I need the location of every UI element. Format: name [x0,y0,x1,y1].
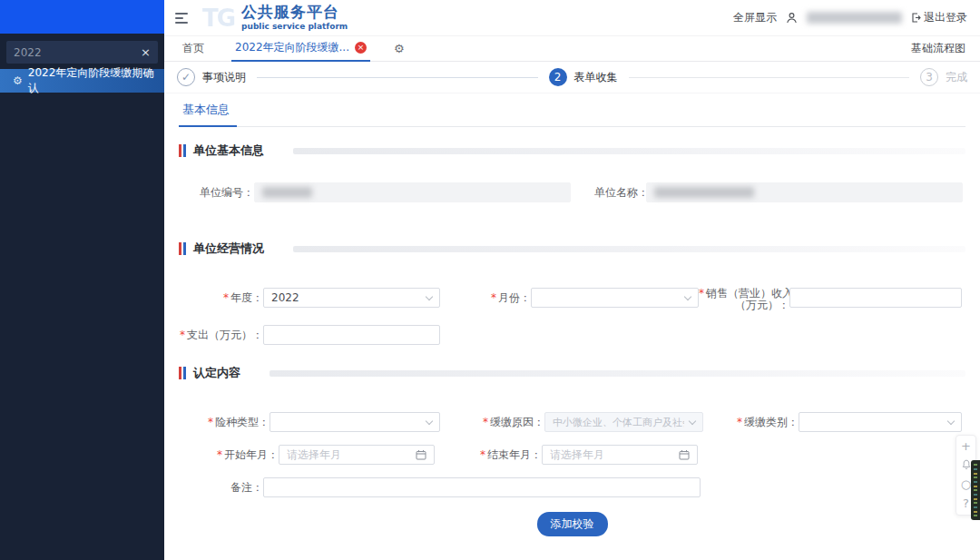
chevron-down-icon [689,417,696,424]
step-1-label: 事项说明 [202,70,246,85]
remark-row: 备注： [179,477,965,497]
section-title: 单位经营情况 [193,241,264,257]
sidebar-logo-block [0,0,164,34]
unit-code-field[interactable] [254,182,571,202]
step-3-number: 3 [920,68,938,86]
step-3: 3 完成 [920,68,967,86]
unit-name-field[interactable] [646,182,963,202]
expense-label: *支出（万元）： [179,325,263,345]
section-title: 单位基本信息 [193,142,264,159]
bell-icon[interactable] [961,459,972,472]
unit-name-redacted [654,187,754,198]
start-month-label: *开始年月： [179,445,279,465]
remark-input[interactable] [263,477,701,497]
unit-name-label: 单位名称： [594,182,646,202]
section-rule [293,246,965,252]
tab-label: 2022年定向阶段缓缴... [235,40,349,55]
step-1: ✓ 事项说明 [177,68,246,86]
defer-reason-value: 中小微企业、个体工商户及社会组织缓缴 [553,416,684,429]
step-connector [257,77,538,78]
end-month-picker[interactable]: 请选择年月 [542,445,698,465]
month-select[interactable] [531,288,699,308]
defer-reason-select: 中小微企业、个体工商户及社会组织缓缴 [544,412,703,432]
operation-row-1: *年度： 2022 *月份： *销售（营业）收入 （万元）： [179,288,965,311]
section-operation-header: 单位经营情况 [179,241,965,257]
month-label: *月份： [458,288,531,308]
section-marker-icon [179,367,186,379]
brand: 公共服务平台 public service platform [241,5,348,31]
income-input[interactable] [789,288,962,308]
form-tabs: 基本信息 [179,93,965,127]
main-area: TG 公共服务平台 public service platform 全屏显示 退… [164,0,980,560]
section-content-header: 认定内容 [179,365,965,381]
logout-icon [911,13,921,23]
tab-active-defer[interactable]: 2022年定向阶段缓缴... × [231,36,370,62]
steps-bar: ✓ 事项说明 2 表单收集 3 完成 [164,62,980,93]
form-content: 基本信息 单位基本信息 单位编号： 单位名称： 单位经营情况 *年度： [164,93,980,560]
logout-label: 退出登录 [924,10,967,25]
remark-label: 备注： [179,477,263,497]
user-icon [786,12,798,24]
unit-code-redacted [262,187,312,198]
section-unit-info-header: 单位基本信息 [179,142,965,159]
browser-extension-strip [971,460,980,520]
calendar-icon [679,449,690,460]
income-label: *销售（营业）收入 （万元）： [699,288,789,311]
step-2: 2 表单收集 [549,68,618,86]
step-2-number: 2 [549,68,567,86]
content-row-2: *开始年月： 请选择年月 *结束年月： 请选择年月 [179,445,965,465]
app-title: 公共服务平台 [241,5,348,21]
section-marker-icon [179,242,186,255]
help-icon[interactable]: ? [963,497,969,510]
clear-search-icon[interactable]: × [135,45,151,59]
sidebar-search[interactable]: 2022 × [6,41,158,64]
chevron-down-icon [426,417,433,424]
app-subtitle: public service platform [241,23,348,31]
year-value: 2022 [271,291,421,304]
fullscreen-button[interactable]: 全屏显示 [733,10,777,25]
move-icon[interactable]: + [961,440,971,453]
step-3-label: 完成 [946,70,967,85]
tab-bar: 首页 2022年定向阶段缓缴... × ⚙ 基础流程图 [164,36,980,62]
chevron-down-icon [684,292,691,300]
sidebar-item-label: 2022年定向阶段缓缴期确认 [28,65,155,96]
year-label: *年度： [179,288,263,308]
add-check-button[interactable]: 添加校验 [537,512,608,536]
flowchart-link[interactable]: 基础流程图 [911,41,965,56]
sidebar-item-2022-defer-confirm[interactable]: ⚙ 2022年定向阶段缓缴期确认 [0,69,164,93]
insurance-type-select[interactable] [270,412,440,432]
defer-reason-label: *缓缴原因： [458,412,544,432]
operation-row-2: *支出（万元）： [179,325,965,345]
section-rule [293,148,965,154]
section-marker-icon [179,144,186,157]
section-title: 认定内容 [193,365,240,381]
section-rule [270,370,965,377]
sidebar: 2022 × ⚙ 2022年定向阶段缓缴期确认 [0,0,164,560]
chevron-down-icon [426,292,433,300]
contact-icon[interactable]: ○ [961,478,971,491]
step-connector [629,77,910,78]
step-1-check-icon: ✓ [177,68,195,86]
insurance-type-label: *险种类型： [179,412,270,432]
close-tab-icon[interactable]: × [355,42,367,54]
tab-basic-info[interactable]: 基本信息 [179,102,237,127]
calendar-icon [416,449,426,460]
year-select[interactable]: 2022 [263,288,440,308]
defer-category-select[interactable] [799,412,962,432]
username-redacted [807,12,902,24]
start-month-picker[interactable]: 请选择年月 [279,445,435,465]
content-row-1: *险种类型： *缓缴原因： 中小微企业、个体工商户及社会组织缓缴 *缓缴类别： [179,412,965,432]
collapse-menu-icon[interactable] [175,13,190,24]
tab-settings-icon[interactable]: ⚙ [394,42,405,55]
logout-button[interactable]: 退出登录 [911,10,967,25]
end-month-label: *结束年月： [453,445,542,465]
tab-home[interactable]: 首页 [179,36,208,62]
brand-logo: TG [202,5,234,32]
defer-category-label: *缓缴类别： [721,412,799,432]
app-header: TG 公共服务平台 public service platform 全屏显示 退… [164,0,980,36]
step-2-label: 表单收集 [574,70,618,85]
unit-info-row: 单位编号： 单位名称： [179,182,965,202]
unit-code-label: 单位编号： [179,182,254,202]
search-input[interactable]: 2022 [14,46,135,59]
expense-input[interactable] [263,325,440,345]
